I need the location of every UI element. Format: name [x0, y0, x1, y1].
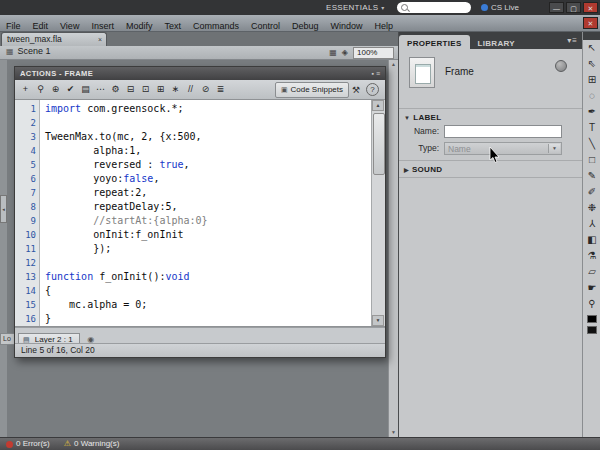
- workspace-switcher[interactable]: ESSENTIALS▾: [326, 0, 385, 15]
- line-number: 2: [15, 116, 36, 130]
- hand-tool[interactable]: ☛: [583, 280, 600, 296]
- show-hide-toolbox-icon[interactable]: ≣: [213, 82, 228, 97]
- pencil-tool[interactable]: ✎: [583, 168, 600, 184]
- help-icon[interactable]: ?: [366, 83, 379, 96]
- document-tab[interactable]: tween_max.fla ×: [1, 32, 107, 46]
- line-number: 8: [15, 200, 36, 214]
- collapse-selection-icon[interactable]: ⊡: [138, 82, 153, 97]
- label-section-header[interactable]: ▼LABEL: [404, 113, 441, 122]
- panel-options-icon[interactable]: ≡: [572, 36, 578, 45]
- pen-tool[interactable]: ✒: [583, 104, 600, 120]
- scrollbar-thumb[interactable]: [373, 113, 385, 175]
- tab-properties[interactable]: PROPERTIES: [399, 35, 470, 52]
- code-line: TweenMax.to(mc, 2, {x:500,: [45, 130, 371, 144]
- left-panel-strip: ◂: [0, 60, 7, 437]
- maximize-button[interactable]: ▢: [566, 2, 581, 13]
- close-tab-icon[interactable]: ×: [98, 33, 102, 46]
- fill-color-chip[interactable]: [587, 326, 597, 334]
- eyedropper-tool[interactable]: ⚗: [583, 248, 600, 264]
- brush-tool[interactable]: ✐: [583, 184, 600, 200]
- line-number: 6: [15, 172, 36, 186]
- code-line: mc.alpha = 0;: [45, 298, 371, 312]
- auto-format-icon[interactable]: ▤: [78, 82, 93, 97]
- remove-comment-icon[interactable]: ⊘: [198, 82, 213, 97]
- tools-panel-header[interactable]: [583, 32, 600, 40]
- stage-vertical-scrollbar[interactable]: ▲ ▼: [388, 60, 398, 437]
- insert-target-path-icon[interactable]: ⊕: [48, 82, 63, 97]
- line-number: 7: [15, 186, 36, 200]
- edit-symbol-button[interactable]: ◈: [342, 48, 348, 57]
- warning-count: 0 Warning(s): [74, 438, 120, 450]
- find-icon[interactable]: ⚲: [33, 82, 48, 97]
- line-tool[interactable]: ╲: [583, 136, 600, 152]
- code-line: alpha:1,: [45, 144, 371, 158]
- zoom-level-select[interactable]: 100%: [353, 47, 394, 59]
- selection-tool[interactable]: ↖: [583, 40, 600, 56]
- triangle-down-icon: ▼: [404, 115, 410, 121]
- block-comment-icon[interactable]: ∗: [168, 82, 183, 97]
- line-number: 13: [15, 270, 36, 284]
- search-input[interactable]: [410, 2, 472, 15]
- add-script-icon[interactable]: +: [18, 82, 33, 97]
- line-comment-icon[interactable]: //: [183, 82, 198, 97]
- line-number: 15: [15, 298, 36, 312]
- scroll-up-icon[interactable]: ▲: [372, 100, 384, 111]
- panel-collapse-grip[interactable]: ◂: [0, 195, 7, 223]
- lasso-tool[interactable]: ◌: [583, 88, 600, 104]
- line-number: 16: [15, 312, 36, 326]
- document-tab-bar: tween_max.fla ×: [0, 32, 398, 46]
- show-code-hint-icon[interactable]: ⋯: [93, 82, 108, 97]
- rectangle-tool[interactable]: □: [583, 152, 600, 168]
- scene-label[interactable]: Scene 1: [18, 46, 51, 56]
- name-field[interactable]: [444, 125, 562, 138]
- chevron-down-icon: ▾: [381, 5, 384, 11]
- deco-tool[interactable]: ❉: [583, 200, 600, 216]
- minimize-button[interactable]: —: [549, 2, 564, 13]
- expand-all-icon[interactable]: ⊞: [153, 82, 168, 97]
- frame-options-icon[interactable]: [555, 60, 567, 72]
- paint-bucket-tool[interactable]: ◧: [583, 232, 600, 248]
- close-button[interactable]: ✕: [583, 2, 598, 13]
- line-number: 5: [15, 158, 36, 172]
- script-assist-icon[interactable]: ⚒: [349, 85, 363, 95]
- text-tool[interactable]: T: [583, 120, 600, 136]
- line-number: 12: [15, 256, 36, 270]
- free-transform-tool[interactable]: ⊞: [583, 72, 600, 88]
- panel-menu-icon[interactable]: ≡: [376, 70, 382, 77]
- stroke-color-chip[interactable]: [587, 315, 597, 323]
- script-status-bar: Line 5 of 16, Col 20: [15, 343, 385, 357]
- code-line: repeat:2,: [45, 186, 371, 200]
- check-syntax-icon[interactable]: ✔: [63, 82, 78, 97]
- zoom-tool[interactable]: ⚲: [583, 296, 600, 312]
- scroll-down-icon[interactable]: ▼: [389, 428, 398, 437]
- script-editor[interactable]: 12345678910111213141516 import com.green…: [15, 100, 385, 327]
- scroll-up-icon[interactable]: ▲: [389, 60, 398, 69]
- code-snippets-button[interactable]: ▣ Code Snippets: [275, 82, 349, 98]
- code-line: [45, 116, 371, 130]
- selected-element-type: Frame: [445, 66, 474, 77]
- actions-panel-titlebar[interactable]: ACTIONS - FRAME ▪≡: [15, 67, 385, 80]
- warning-icon: ⚠: [64, 438, 71, 450]
- code-scrollbar[interactable]: ▲ ▼: [371, 100, 385, 326]
- subselection-tool[interactable]: ⇖: [583, 56, 600, 72]
- type-dropdown[interactable]: Name▼: [444, 142, 562, 155]
- tab-library[interactable]: LIBRARY: [470, 35, 523, 52]
- debug-options-icon[interactable]: ⚙: [108, 82, 123, 97]
- collapse-braces-icon[interactable]: ⊟: [123, 82, 138, 97]
- document-close-button[interactable]: ✕: [583, 17, 598, 29]
- cs-live-button[interactable]: CS Live: [481, 0, 519, 15]
- line-number: 10: [15, 228, 36, 242]
- scene-icon: ▦: [6, 47, 14, 56]
- type-field-row: Type:Name▼: [401, 142, 562, 155]
- application-bar: ESSENTIALS▾ CS Live — ▢ ✕: [0, 0, 600, 15]
- sound-section-header[interactable]: ▶SOUND: [404, 165, 442, 174]
- code-area[interactable]: import com.greensock.*;TweenMax.to(mc, 2…: [40, 100, 371, 326]
- code-line: }: [45, 312, 371, 326]
- search-box[interactable]: [397, 2, 471, 13]
- bone-tool[interactable]: ⅄: [583, 216, 600, 232]
- scroll-down-icon[interactable]: ▼: [372, 315, 384, 326]
- edit-scene-button[interactable]: ▦: [329, 48, 337, 57]
- code-line: yoyo:false,: [45, 172, 371, 186]
- code-line: });: [45, 242, 371, 256]
- eraser-tool[interactable]: ▱: [583, 264, 600, 280]
